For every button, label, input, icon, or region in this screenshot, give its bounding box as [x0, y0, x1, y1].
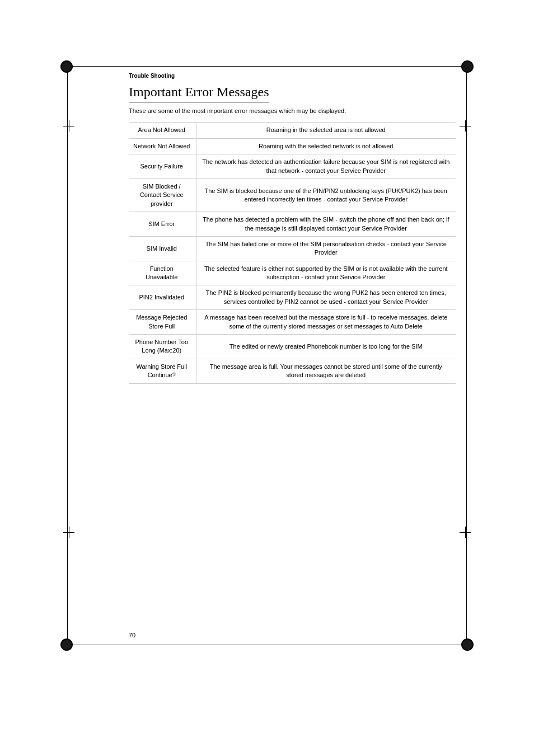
corner-circle-tl: [60, 60, 73, 73]
table-row: Network Not AllowedRoaming with the sele…: [129, 138, 456, 154]
table-row: Phone Number Too Long (Max:20)The edited…: [129, 335, 456, 359]
error-code: Function Unavailable: [129, 261, 196, 285]
crosshair-left-bottom: [63, 527, 74, 538]
table-row: PIN2 InvalidatedThe PIN2 is blocked perm…: [129, 285, 456, 310]
table-row: SIM ErrorThe phone has detected a proble…: [129, 212, 456, 237]
crosshair-left-top: [63, 120, 74, 132]
error-code: Warning Store Full Continue?: [129, 359, 196, 383]
error-description: The network has detected an authenticati…: [196, 154, 456, 179]
error-description: The selected feature is either not suppo…: [196, 261, 456, 285]
table-row: Area Not AllowedRoaming in the selected …: [129, 123, 456, 138]
table-row: Message Rejected Store FullA message has…: [129, 310, 456, 335]
content-area: Trouble Shooting Important Error Message…: [129, 73, 456, 638]
error-table: Area Not AllowedRoaming in the selected …: [129, 122, 456, 383]
crosshair-right-bottom: [460, 527, 471, 538]
crosshair-right-top: [460, 120, 471, 132]
table-row: SIM InvalidThe SIM has failed one or mor…: [129, 236, 456, 261]
corner-circle-bl: [60, 638, 73, 651]
error-code: Message Rejected Store Full: [129, 310, 196, 335]
error-description: The phone has detected a problem with th…: [196, 212, 456, 237]
error-description: The message area is full. Your messages …: [196, 359, 456, 383]
error-code: PIN2 Invalidated: [129, 285, 196, 310]
error-description: Roaming in the selected area is not allo…: [196, 123, 456, 138]
error-code: SIM Blocked / Contact Service provider: [129, 179, 196, 212]
border-right: [466, 66, 467, 645]
error-code: SIM Invalid: [129, 236, 196, 261]
corner-circle-br: [461, 638, 474, 651]
border-left: [67, 66, 68, 645]
page-title: Important Error Messages: [129, 84, 269, 102]
error-code: Security Failure: [129, 154, 196, 179]
table-row: SIM Blocked / Contact Service providerTh…: [129, 179, 456, 212]
error-description: The edited or newly created Phonebook nu…: [196, 335, 456, 359]
error-description: The SIM has failed one or more of the SI…: [196, 236, 456, 261]
error-code: Area Not Allowed: [129, 123, 196, 138]
error-code: Network Not Allowed: [129, 138, 196, 154]
error-description: Roaming with the selected network is not…: [196, 138, 456, 154]
section-label: Trouble Shooting: [129, 73, 456, 79]
table-row: Function UnavailableThe selected feature…: [129, 261, 456, 285]
table-row: Security FailureThe network has detected…: [129, 154, 456, 179]
border-top: [67, 66, 467, 67]
error-description: A message has been received but the mess…: [196, 310, 456, 335]
error-description: The PIN2 is blocked permanently because …: [196, 285, 456, 310]
page-number: 70: [129, 627, 135, 638]
table-row: Warning Store Full Continue?The message …: [129, 359, 456, 383]
error-code: SIM Error: [129, 212, 196, 237]
intro-text: These are some of the most important err…: [129, 107, 456, 115]
page: Trouble Shooting Important Error Message…: [0, 0, 534, 756]
error-code: Phone Number Too Long (Max:20): [129, 335, 196, 359]
error-description: The SIM is blocked because one of the PI…: [196, 179, 456, 212]
corner-circle-tr: [461, 60, 474, 73]
border-bottom: [67, 645, 467, 645]
